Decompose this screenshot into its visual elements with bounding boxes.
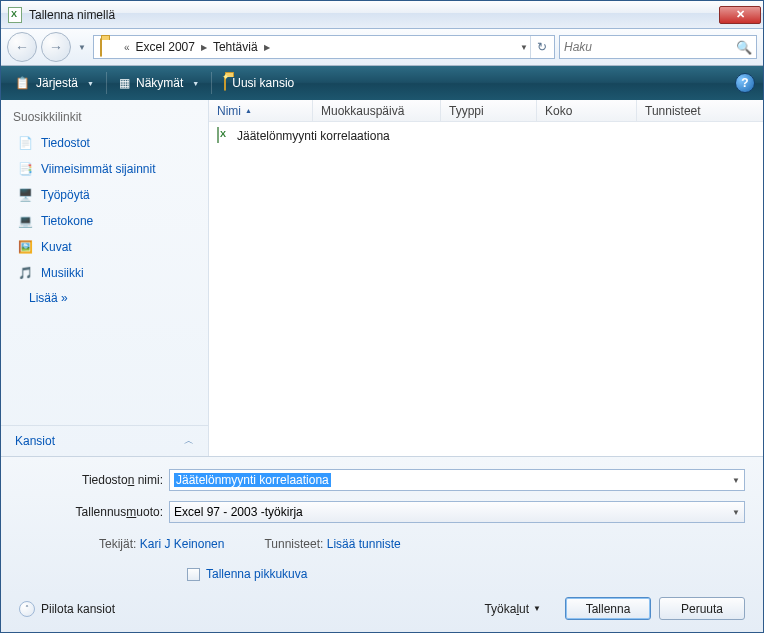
sidebar-item-documents[interactable]: 📄Tiedostot [9,130,200,156]
favorites-list: 📄Tiedostot 📑Viimeisimmät sijainnit 🖥️Työ… [1,130,208,310]
chevron-down-icon[interactable]: ▼ [732,476,740,485]
file-area: Nimi▲ Muokkauspäivä Tyyppi Koko Tunniste… [209,100,763,456]
save-as-dialog: Tallenna nimellä ✕ ← → ▼ « Excel 2007 ▶ … [0,0,764,633]
views-label: Näkymät [136,76,183,90]
filename-input[interactable]: Jäätelönmyynti korrelaationa ▼ [169,469,745,491]
navbar: ← → ▼ « Excel 2007 ▶ Tehtäviä ▶ ▼ ↻ 🔍 [1,29,763,66]
titlebar: Tallenna nimellä ✕ [1,1,763,29]
form-panel: Tiedoston nimi: Jäätelönmyynti korrelaat… [1,456,763,632]
format-label: Tallennusmuoto: [19,505,169,519]
thumbnail-checkbox[interactable] [187,568,200,581]
app-icon [7,7,23,23]
new-folder-icon [224,76,226,90]
sort-asc-icon: ▲ [245,107,252,114]
sidebar-item-desktop[interactable]: 🖥️Työpöytä [9,182,200,208]
excel-file-icon [217,128,233,144]
search-box[interactable]: 🔍 [559,35,757,59]
column-label: Tunnisteet [645,104,701,118]
sidebar-item-pictures[interactable]: 🖼️Kuvat [9,234,200,260]
column-modified[interactable]: Muokkauspäivä [313,100,441,121]
organize-label: Järjestä [36,76,78,90]
recent-icon: 📑 [17,161,33,177]
new-folder-button[interactable]: Uusi kansio [218,74,300,92]
column-tags[interactable]: Tunnisteet [637,100,763,121]
column-label: Tyyppi [449,104,484,118]
sidebar-item-label: Kuvat [41,240,72,254]
breadcrumb-part[interactable]: Tehtäviä [209,40,262,54]
format-select[interactable]: Excel 97 - 2003 -työkirja ▼ [169,501,745,523]
authors-value[interactable]: Kari J Keinonen [140,537,225,551]
chevron-down-icon: ▼ [87,80,94,87]
sidebar-item-label: Musiikki [41,266,84,280]
history-dropdown[interactable]: ▼ [75,32,89,62]
column-label: Koko [545,104,572,118]
filename-label: Tiedoston nimi: [19,473,169,487]
sidebar-item-label: Työpöytä [41,188,90,202]
sidebar-item-computer[interactable]: 💻Tietokone [9,208,200,234]
back-button[interactable]: ← [7,32,37,62]
column-type[interactable]: Tyyppi [441,100,537,121]
chevron-right-icon[interactable]: ▶ [264,43,270,52]
tags-value[interactable]: Lisää tunniste [327,537,401,551]
folders-toggle[interactable]: Kansiot ︿ [1,425,208,456]
sidebar-more-label: Lisää » [29,291,68,305]
chevron-up-icon: ˄ [19,601,35,617]
views-button[interactable]: ▦ Näkymät ▼ [113,74,205,92]
sidebar-more[interactable]: Lisää » [9,286,200,310]
music-icon: 🎵 [17,265,33,281]
save-button[interactable]: Tallenna [565,597,651,620]
close-button[interactable]: ✕ [719,6,761,24]
forward-button[interactable]: → [41,32,71,62]
sidebar: Suosikkilinkit 📄Tiedostot 📑Viimeisimmät … [1,100,209,456]
filename-value: Jäätelönmyynti korrelaationa [174,473,331,487]
sidebar-heading: Suosikkilinkit [1,100,208,130]
search-input[interactable] [564,40,736,54]
views-icon: ▦ [119,76,130,90]
separator [211,72,212,94]
column-name[interactable]: Nimi▲ [209,100,313,121]
chevron-right-icon[interactable]: ▶ [201,43,207,52]
computer-icon: 💻 [17,213,33,229]
file-name: Jäätelönmyynti korrelaationa [237,129,390,143]
breadcrumb-part[interactable]: Excel 2007 [132,40,199,54]
column-headers: Nimi▲ Muokkauspäivä Tyyppi Koko Tunniste… [209,100,763,122]
column-label: Nimi [217,104,241,118]
chevron-down-icon: ▼ [533,604,541,613]
desktop-icon: 🖥️ [17,187,33,203]
file-list[interactable]: Jäätelönmyynti korrelaationa [209,122,763,456]
organize-icon: 📋 [15,76,30,90]
hide-folders-label: Piilota kansiot [41,602,115,616]
hide-folders-button[interactable]: ˄ Piilota kansiot [19,601,115,617]
help-button[interactable]: ? [735,73,755,93]
format-value: Excel 97 - 2003 -työkirja [174,505,303,519]
refresh-button[interactable]: ↻ [530,36,552,58]
chevron-down-icon[interactable]: ▼ [732,508,740,517]
search-icon[interactable]: 🔍 [736,40,752,55]
folder-icon [100,39,118,55]
separator [106,72,107,94]
sidebar-item-music[interactable]: 🎵Musiikki [9,260,200,286]
chevron-up-icon: ︿ [184,434,194,448]
column-size[interactable]: Koko [537,100,637,121]
sidebar-item-recent[interactable]: 📑Viimeisimmät sijainnit [9,156,200,182]
documents-icon: 📄 [17,135,33,151]
new-folder-label: Uusi kansio [232,76,294,90]
column-label: Muokkauspäivä [321,104,404,118]
folders-label: Kansiot [15,434,55,448]
organize-button[interactable]: 📋 Järjestä ▼ [9,74,100,92]
chevron-down-icon: ▼ [192,80,199,87]
toolbar: 📋 Järjestä ▼ ▦ Näkymät ▼ Uusi kansio ? [1,66,763,100]
window-title: Tallenna nimellä [29,8,719,22]
file-item[interactable]: Jäätelönmyynti korrelaationa [213,126,759,146]
tools-dropdown[interactable]: Työkalut ▼ [484,602,541,616]
chevron-left-icon: « [124,42,130,53]
address-bar[interactable]: « Excel 2007 ▶ Tehtäviä ▶ ▼ ↻ [93,35,555,59]
tags-label: Tunnisteet: [264,537,323,551]
pictures-icon: 🖼️ [17,239,33,255]
sidebar-item-label: Tiedostot [41,136,90,150]
main-area: Suosikkilinkit 📄Tiedostot 📑Viimeisimmät … [1,100,763,456]
address-dropdown[interactable]: ▼ [520,43,528,52]
cancel-button[interactable]: Peruuta [659,597,745,620]
tools-label: Työkalut [484,602,529,616]
sidebar-item-label: Tietokone [41,214,93,228]
